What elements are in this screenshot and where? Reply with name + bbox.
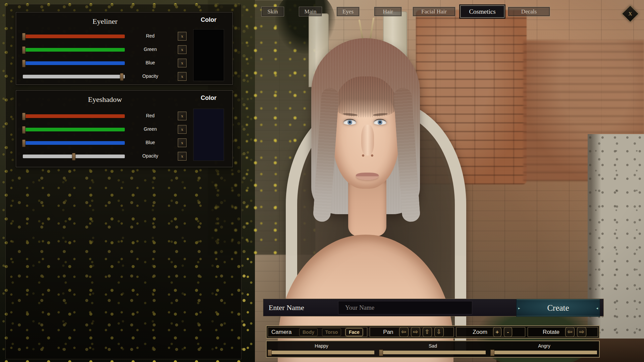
- blue-clear-button[interactable]: x: [178, 59, 186, 67]
- red-clear-button[interactable]: x: [178, 112, 186, 120]
- camera-label: Camera: [271, 329, 291, 336]
- create-button[interactable]: ▸ Create ◂: [516, 299, 600, 317]
- happy-slider-track[interactable]: [269, 351, 374, 354]
- slider-row-red: Red x: [16, 32, 232, 41]
- panel-title: Eyeshadow: [16, 95, 194, 104]
- red-clear-button[interactable]: x: [178, 32, 186, 41]
- pan-down-button[interactable]: ⇩: [434, 327, 444, 337]
- color-header: Color: [193, 16, 224, 23]
- camera-torso-button[interactable]: Torso: [322, 328, 341, 336]
- tab-decals[interactable]: Decals: [508, 7, 550, 16]
- rotate-right-button[interactable]: ⇨: [577, 327, 586, 337]
- red-slider-track[interactable]: [23, 114, 125, 118]
- rotate-label: Rotate: [543, 329, 559, 336]
- green-slider-handle[interactable]: [22, 46, 26, 54]
- tab-label: Facial Hair: [421, 8, 447, 15]
- color-header: Color: [193, 95, 224, 102]
- blue-slider-track[interactable]: [23, 61, 125, 65]
- slider-label: Green: [129, 126, 172, 132]
- emotion-label: Happy: [269, 343, 374, 349]
- green-slider-track[interactable]: [23, 128, 125, 131]
- slider-row-green: Green x: [16, 125, 232, 134]
- tab-label: Hair: [383, 8, 393, 15]
- tab-label: Eyes: [342, 8, 354, 15]
- tab-label: Cosmetics: [469, 8, 495, 15]
- create-label: Create: [547, 303, 569, 313]
- pan-left-button[interactable]: ⇦: [399, 327, 409, 337]
- opacity-clear-button[interactable]: x: [178, 152, 186, 161]
- camera-control-bar: Camera Body Torso Face Pan ⇦ ⇨ ⇧ ⇩ Zoom …: [266, 325, 600, 339]
- tab-eyes[interactable]: Eyes: [336, 7, 360, 16]
- opacity-clear-button[interactable]: x: [178, 72, 186, 81]
- emotion-sad: Sad: [380, 341, 486, 357]
- camera-face-button[interactable]: Face: [345, 328, 363, 336]
- blue-clear-button[interactable]: x: [178, 138, 186, 147]
- green-clear-button[interactable]: x: [178, 125, 186, 134]
- emotion-label: Angry: [491, 343, 597, 349]
- tab-label: Skin: [267, 8, 278, 15]
- zoom-out-button[interactable]: -: [504, 327, 512, 337]
- sad-slider-track[interactable]: [380, 351, 486, 354]
- camera-body-button[interactable]: Body: [299, 328, 318, 336]
- pan-label: Pan: [383, 329, 393, 336]
- slider-row-red: Red x: [16, 112, 232, 120]
- blue-slider-handle[interactable]: [22, 139, 26, 147]
- pan-section: Pan ⇦ ⇨ ⇧ ⇩: [370, 327, 454, 337]
- tab-cosmetics[interactable]: Cosmetics: [460, 5, 504, 18]
- eyeshadow-panel: Eyeshadow Color Red x Green x Blue x Opa…: [16, 90, 233, 167]
- green-slider-handle[interactable]: [22, 126, 26, 134]
- opacity-slider-track[interactable]: [23, 75, 125, 78]
- zoom-section: Zoom + -: [456, 327, 525, 337]
- enter-name-label: Enter Name: [269, 299, 304, 316]
- green-slider-track[interactable]: [23, 48, 125, 52]
- happy-slider-handle[interactable]: [268, 350, 272, 356]
- pan-up-button[interactable]: ⇧: [423, 327, 432, 337]
- camera-section: Camera Body Torso Face: [268, 327, 367, 337]
- slider-row-opacity: Opacity x: [16, 152, 232, 161]
- slider-row-blue: Blue x: [16, 138, 232, 147]
- angry-slider-track[interactable]: [491, 351, 597, 354]
- tab-skin[interactable]: Skin: [261, 7, 284, 16]
- blue-slider-handle[interactable]: [22, 60, 26, 67]
- close-icon: X: [629, 11, 632, 17]
- green-clear-button[interactable]: x: [178, 45, 186, 54]
- slider-label: Green: [129, 47, 172, 52]
- red-slider-handle[interactable]: [22, 33, 26, 41]
- slider-label: Blue: [129, 60, 172, 65]
- slider-row-green: Green x: [16, 45, 232, 54]
- create-arrow-left-icon: ▸: [518, 306, 520, 310]
- sad-slider-handle[interactable]: [379, 350, 383, 356]
- name-input[interactable]: [338, 301, 472, 314]
- slider-label: Opacity: [129, 73, 172, 79]
- slider-label: Red: [129, 33, 172, 39]
- zoom-label: Zoom: [473, 329, 487, 336]
- zoom-in-button[interactable]: +: [493, 327, 501, 337]
- tab-label: Main: [305, 8, 317, 15]
- angry-slider-handle[interactable]: [490, 350, 494, 356]
- tab-main[interactable]: Main: [299, 7, 322, 16]
- red-slider-handle[interactable]: [22, 113, 26, 120]
- emotion-happy: Happy: [269, 341, 374, 357]
- eyeliner-panel: Eyeliner Color Red x Green x Blue x Opac…: [16, 12, 233, 85]
- opacity-slider-handle[interactable]: [120, 73, 123, 81]
- slider-row-blue: Blue x: [16, 59, 232, 67]
- pan-right-button[interactable]: ⇨: [411, 327, 420, 337]
- tab-label: Decals: [521, 8, 537, 15]
- emotion-label: Sad: [380, 343, 486, 349]
- slider-label: Opacity: [129, 153, 172, 159]
- blue-slider-track[interactable]: [23, 141, 125, 145]
- slider-label: Blue: [129, 140, 172, 145]
- rotate-left-button[interactable]: ⇦: [565, 327, 575, 337]
- slider-row-opacity: Opacity x: [16, 72, 232, 81]
- red-slider-track[interactable]: [23, 35, 125, 38]
- emotion-angry: Angry: [491, 341, 597, 357]
- emotion-bar: Happy Sad Angry: [266, 341, 600, 358]
- create-arrow-right-icon: ◂: [596, 306, 598, 310]
- rotate-section: Rotate ⇦ ⇨: [528, 327, 598, 337]
- opacity-slider-handle[interactable]: [72, 153, 76, 161]
- slider-label: Red: [129, 113, 172, 118]
- tab-facial-hair[interactable]: Facial Hair: [413, 7, 455, 16]
- tab-hair[interactable]: Hair: [374, 7, 402, 16]
- opacity-slider-track[interactable]: [23, 155, 125, 158]
- panel-title: Eyeliner: [16, 17, 194, 26]
